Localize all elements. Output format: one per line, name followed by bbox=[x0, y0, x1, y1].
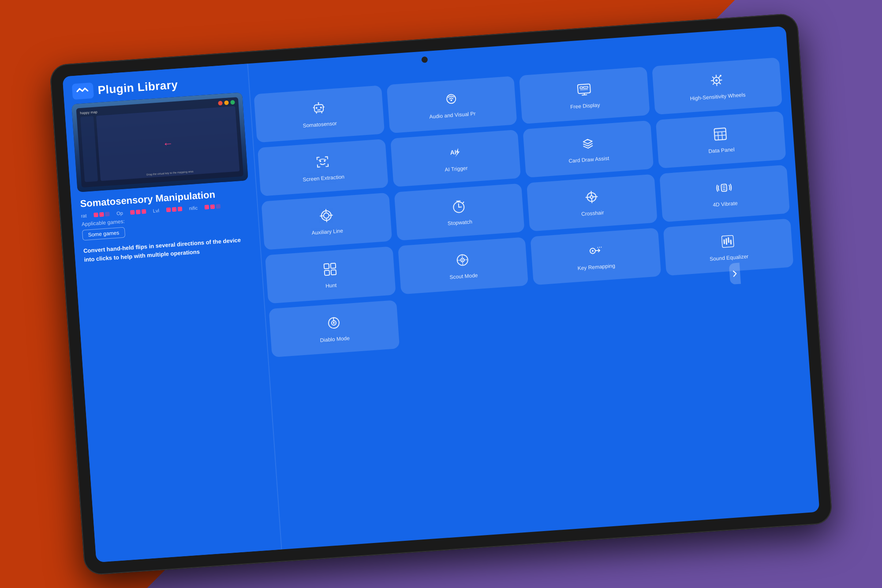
svg-line-58 bbox=[462, 255, 463, 258]
dot bbox=[166, 207, 171, 212]
svg-line-28 bbox=[722, 131, 722, 139]
svg-line-38 bbox=[457, 201, 460, 201]
plugin-card-high-sensitivity[interactable]: High-Sensitivity Wheels bbox=[652, 57, 782, 115]
svg-line-59 bbox=[463, 262, 463, 265]
preview-image: happy map ← Drag the virtual key to the … bbox=[71, 92, 248, 192]
wifi-circle-icon bbox=[443, 90, 460, 109]
plugin-card-diablo-mode[interactable]: Diablo Mode bbox=[269, 300, 399, 357]
svg-line-72 bbox=[731, 240, 731, 243]
svg-point-63 bbox=[592, 250, 594, 251]
svg-point-5 bbox=[318, 102, 319, 103]
svg-point-10 bbox=[447, 94, 456, 103]
svg-point-2 bbox=[320, 106, 321, 108]
dot bbox=[93, 212, 98, 217]
plugin-card-auxiliary-line[interactable]: Auxiliary Line bbox=[261, 192, 392, 250]
rat-dots bbox=[93, 212, 110, 217]
tablet-frame: Plugin Library happy map bbox=[49, 13, 833, 576]
grid-panel-icon bbox=[712, 125, 729, 144]
equalizer-icon bbox=[719, 233, 736, 251]
plugin-card-free-display[interactable]: Free Display bbox=[519, 67, 650, 124]
svg-text:AI: AI bbox=[450, 148, 456, 156]
svg-rect-0 bbox=[314, 104, 323, 112]
dot bbox=[105, 212, 110, 217]
plugin-card-scout-mode[interactable]: Scout Mode bbox=[398, 237, 528, 294]
target-circle-icon bbox=[318, 207, 335, 225]
lvl-dots bbox=[166, 206, 182, 212]
plugin-label-scout-mode: Scout Mode bbox=[449, 272, 478, 280]
games-badge[interactable]: Some games bbox=[82, 227, 125, 240]
plugin-card-crosshair[interactable]: Crosshair bbox=[527, 174, 657, 231]
dot bbox=[99, 212, 104, 217]
dot bbox=[205, 205, 209, 210]
plugin-label-card-draw-assist: Card Draw Assist bbox=[568, 155, 609, 164]
svg-point-22 bbox=[324, 160, 325, 161]
plugin-label-free-display: Free Display bbox=[570, 101, 600, 110]
plugin-card-stopwatch[interactable]: Stopwatch bbox=[394, 183, 524, 240]
svg-rect-14 bbox=[583, 86, 588, 88]
vibrate-icon bbox=[716, 179, 733, 198]
tablet-wrapper: Plugin Library happy map bbox=[49, 13, 833, 576]
svg-line-70 bbox=[726, 239, 727, 244]
max-dot bbox=[230, 100, 235, 105]
svg-line-71 bbox=[729, 238, 729, 242]
min-dot bbox=[224, 100, 229, 105]
plugin-card-hunt[interactable]: Hunt bbox=[265, 246, 396, 303]
plugin-card-4d-vibrate[interactable]: 4D Vibrate bbox=[659, 165, 790, 222]
svg-rect-54 bbox=[331, 270, 336, 275]
svg-point-20 bbox=[720, 75, 721, 76]
dot bbox=[136, 210, 141, 214]
svg-rect-15 bbox=[580, 89, 588, 90]
robot-icon bbox=[310, 100, 327, 118]
svg-line-46 bbox=[593, 196, 597, 197]
preview-hint: Drag the virtual key to the mapping area bbox=[102, 167, 238, 179]
lvl-label: Lvl bbox=[153, 208, 159, 213]
nific-label: nific bbox=[189, 205, 198, 211]
right-panel: Somatosensor Audio and Visual bbox=[247, 26, 819, 550]
plugin-card-somatosensor[interactable]: Somatosensor bbox=[254, 85, 384, 142]
ai-bolt-icon: AI bbox=[447, 144, 464, 162]
plugin-card-key-remapping[interactable]: Key Remapping bbox=[530, 228, 661, 285]
svg-line-61 bbox=[464, 259, 468, 260]
svg-line-27 bbox=[718, 132, 718, 140]
plugin-label-ai-trigger: AI Trigger bbox=[445, 165, 468, 173]
plugin-label-screen-extraction: Screen Extraction bbox=[303, 173, 344, 183]
plugin-label-auxiliary-line: Auxiliary Line bbox=[311, 228, 343, 236]
dot bbox=[130, 210, 135, 215]
plugin-label-crosshair: Crosshair bbox=[581, 209, 604, 217]
svg-line-40 bbox=[463, 202, 464, 202]
preview-ui-overlay: happy map ← Drag the virtual key to the … bbox=[76, 97, 244, 187]
svg-line-69 bbox=[724, 240, 725, 243]
plugin-card-audio-visual[interactable]: Audio and Visual Pr bbox=[386, 76, 517, 133]
preview-main: ← Drag the virtual key to the mapping ar… bbox=[96, 106, 240, 181]
svg-rect-52 bbox=[330, 263, 336, 268]
app-logo bbox=[72, 82, 94, 99]
svg-point-30 bbox=[323, 213, 329, 218]
svg-line-43 bbox=[591, 191, 591, 195]
page-title: Plugin Library bbox=[97, 78, 179, 97]
svg-line-26 bbox=[715, 135, 726, 136]
plugin-label-data-panel: Data Panel bbox=[708, 146, 735, 154]
layers-icon bbox=[579, 135, 596, 153]
dot bbox=[210, 204, 215, 209]
plugin-card-screen-extraction[interactable]: Screen Extraction bbox=[258, 139, 388, 196]
plugin-card-card-draw-assist[interactable]: Card Draw Assist bbox=[523, 120, 653, 177]
dot bbox=[177, 206, 182, 211]
preview-sidebar bbox=[80, 116, 98, 182]
plugin-label-4d-vibrate: 4D Vibrate bbox=[713, 200, 738, 208]
plugin-card-sound-equalizer[interactable]: Sound Equalizer bbox=[663, 218, 793, 276]
clock-timer-icon bbox=[450, 198, 467, 216]
svg-rect-53 bbox=[324, 270, 329, 275]
scout-circle-icon bbox=[454, 251, 471, 270]
settings-sparkle-icon bbox=[708, 72, 725, 90]
op-dots bbox=[130, 209, 146, 214]
svg-line-44 bbox=[591, 198, 592, 202]
left-panel: Plugin Library happy map bbox=[62, 64, 281, 562]
plugin-card-ai-trigger[interactable]: AI AI Trigger bbox=[390, 129, 521, 187]
plugin-card-data-panel[interactable]: Data Panel bbox=[655, 111, 786, 168]
diablo-dial-icon bbox=[325, 314, 342, 333]
svg-line-17 bbox=[582, 94, 587, 95]
crosshair-icon bbox=[583, 188, 600, 207]
tablet-screen: Plugin Library happy map bbox=[62, 26, 819, 562]
dot bbox=[172, 207, 176, 212]
expand-button[interactable] bbox=[729, 262, 741, 285]
